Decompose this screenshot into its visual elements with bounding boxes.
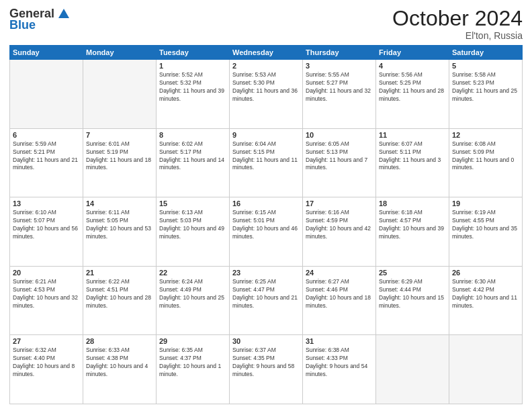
day-info-line: Sunset: 5:13 PM (306, 148, 373, 156)
day-info-line: Daylight: 10 hours and 32 minutes. (13, 294, 80, 310)
col-thursday: Thursday (303, 46, 376, 60)
table-row: 17Sunrise: 6:16 AMSunset: 4:59 PMDayligh… (303, 197, 376, 267)
table-row: 3Sunrise: 5:55 AMSunset: 5:27 PMDaylight… (303, 60, 376, 129)
day-info-line: Sunset: 5:32 PM (159, 79, 226, 87)
day-info: Sunrise: 6:01 AMSunset: 5:19 PMDaylight:… (86, 140, 153, 173)
day-info-line: Sunset: 4:40 PM (13, 355, 80, 363)
table-row: 28Sunrise: 6:33 AMSunset: 4:38 PMDayligh… (83, 335, 157, 404)
col-saturday: Saturday (449, 46, 523, 60)
day-number: 8 (159, 131, 226, 139)
day-info-line: Sunset: 5:25 PM (379, 79, 446, 87)
day-info-line: Sunrise: 6:01 AM (86, 140, 153, 148)
day-info-line: Sunrise: 6:08 AM (452, 140, 519, 148)
day-number: 29 (159, 337, 226, 345)
day-info: Sunrise: 6:13 AMSunset: 5:03 PMDaylight:… (159, 209, 226, 241)
day-info-line: Sunset: 4:46 PM (306, 286, 373, 294)
table-row: 14Sunrise: 6:11 AMSunset: 5:05 PMDayligh… (83, 197, 157, 267)
table-row: 27Sunrise: 6:32 AMSunset: 4:40 PMDayligh… (10, 335, 83, 404)
day-info-line: Sunrise: 6:02 AM (159, 140, 226, 148)
day-info-line: Sunset: 4:55 PM (452, 217, 519, 225)
day-info-line: Sunset: 4:59 PM (306, 217, 373, 225)
table-row: 31Sunrise: 6:38 AMSunset: 4:33 PMDayligh… (303, 335, 376, 404)
day-number: 27 (13, 337, 80, 345)
day-number: 23 (232, 269, 300, 277)
table-row (449, 335, 523, 404)
day-info: Sunrise: 5:55 AMSunset: 5:27 PMDaylight:… (306, 71, 373, 103)
table-row: 26Sunrise: 6:30 AMSunset: 4:42 PMDayligh… (449, 266, 523, 335)
day-info-line: Sunset: 4:57 PM (379, 217, 446, 225)
header: General Blue October 2024 El'ton, Russia (9, 7, 523, 41)
day-info-line: Sunrise: 6:07 AM (379, 140, 446, 148)
calendar-week-row: 27Sunrise: 6:32 AMSunset: 4:40 PMDayligh… (10, 335, 523, 404)
day-number: 26 (452, 269, 519, 277)
day-info-line: Sunrise: 6:04 AM (232, 140, 300, 148)
day-info-line: Sunrise: 6:37 AM (232, 347, 300, 355)
day-number: 20 (13, 269, 80, 277)
day-info: Sunrise: 6:32 AMSunset: 4:40 PMDaylight:… (13, 347, 80, 379)
day-number: 12 (452, 131, 519, 139)
day-info-line: Daylight: 9 hours and 54 minutes. (306, 363, 373, 379)
day-info-line: Daylight: 10 hours and 1 minute. (159, 363, 226, 379)
day-info-line: Daylight: 11 hours and 28 minutes. (379, 87, 446, 103)
day-info-line: Sunrise: 6:16 AM (306, 209, 373, 217)
day-info-line: Sunrise: 6:05 AM (306, 140, 373, 148)
day-info-line: Daylight: 10 hours and 21 minutes. (232, 294, 300, 310)
table-row: 16Sunrise: 6:15 AMSunset: 5:01 PMDayligh… (230, 197, 303, 267)
day-info-line: Daylight: 10 hours and 35 minutes. (452, 225, 519, 241)
day-info-line: Sunrise: 5:56 AM (379, 71, 446, 79)
day-info-line: Sunset: 5:23 PM (452, 79, 519, 87)
day-info-line: Sunset: 4:49 PM (159, 286, 226, 294)
day-info: Sunrise: 6:19 AMSunset: 4:55 PMDaylight:… (452, 209, 519, 241)
calendar-week-row: 13Sunrise: 6:10 AMSunset: 5:07 PMDayligh… (10, 197, 523, 267)
table-row: 9Sunrise: 6:04 AMSunset: 5:15 PMDaylight… (230, 128, 303, 197)
day-info-line: Daylight: 10 hours and 46 minutes. (232, 225, 300, 241)
day-info-line: Sunset: 4:42 PM (452, 286, 519, 294)
day-info-line: Sunrise: 5:55 AM (306, 71, 373, 79)
day-info-line: Sunset: 5:30 PM (232, 79, 300, 87)
col-monday: Monday (83, 46, 157, 60)
day-number: 18 (379, 199, 446, 208)
logo: General Blue (9, 7, 71, 32)
day-info-line: Sunset: 4:51 PM (86, 286, 153, 294)
day-info-line: Daylight: 10 hours and 28 minutes. (86, 294, 153, 310)
day-number: 21 (86, 269, 153, 277)
table-row: 30Sunrise: 6:37 AMSunset: 4:35 PMDayligh… (230, 335, 303, 404)
day-info-line: Sunrise: 6:18 AM (379, 209, 446, 217)
table-row: 4Sunrise: 5:56 AMSunset: 5:25 PMDaylight… (376, 60, 449, 129)
day-info: Sunrise: 6:38 AMSunset: 4:33 PMDaylight:… (306, 347, 373, 379)
day-info-line: Sunset: 5:03 PM (159, 217, 226, 225)
table-row: 12Sunrise: 6:08 AMSunset: 5:09 PMDayligh… (449, 128, 523, 197)
day-number: 31 (306, 337, 373, 345)
day-info-line: Sunset: 4:47 PM (232, 286, 300, 294)
day-info-line: Sunset: 4:37 PM (159, 355, 226, 363)
month-title: October 2024 (392, 7, 523, 30)
day-info-line: Sunrise: 6:30 AM (452, 278, 519, 286)
day-info-line: Daylight: 11 hours and 39 minutes. (159, 87, 226, 103)
table-row: 15Sunrise: 6:13 AMSunset: 5:03 PMDayligh… (157, 197, 230, 267)
day-info: Sunrise: 6:10 AMSunset: 5:07 PMDaylight:… (13, 209, 80, 241)
day-info: Sunrise: 5:56 AMSunset: 5:25 PMDaylight:… (379, 71, 446, 103)
day-info: Sunrise: 6:29 AMSunset: 4:44 PMDaylight:… (379, 278, 446, 310)
day-info-line: Daylight: 10 hours and 4 minutes. (86, 363, 153, 379)
day-info-line: Sunrise: 6:38 AM (306, 347, 373, 355)
day-info-line: Sunrise: 6:24 AM (159, 278, 226, 286)
day-info: Sunrise: 6:15 AMSunset: 5:01 PMDaylight:… (232, 209, 300, 241)
table-row: 24Sunrise: 6:27 AMSunset: 4:46 PMDayligh… (303, 266, 376, 335)
day-number: 13 (13, 199, 80, 208)
day-number: 24 (306, 269, 373, 277)
day-info-line: Sunset: 5:07 PM (13, 217, 80, 225)
table-row: 7Sunrise: 6:01 AMSunset: 5:19 PMDaylight… (83, 128, 157, 197)
day-info-line: Sunrise: 6:15 AM (232, 209, 300, 217)
col-tuesday: Tuesday (157, 46, 230, 60)
table-row: 8Sunrise: 6:02 AMSunset: 5:17 PMDaylight… (157, 128, 230, 197)
col-friday: Friday (376, 46, 449, 60)
logo-blue: Blue (9, 18, 36, 32)
day-number: 25 (379, 269, 446, 277)
day-info-line: Daylight: 11 hours and 25 minutes. (452, 87, 519, 103)
day-info-line: Daylight: 11 hours and 0 minutes. (452, 156, 519, 173)
day-info-line: Sunrise: 6:35 AM (159, 347, 226, 355)
day-info-line: Daylight: 10 hours and 11 minutes. (452, 294, 519, 310)
day-info: Sunrise: 6:18 AMSunset: 4:57 PMDaylight:… (379, 209, 446, 241)
day-info-line: Sunset: 4:44 PM (379, 286, 446, 294)
calendar-week-row: 6Sunrise: 5:59 AMSunset: 5:21 PMDaylight… (10, 128, 523, 197)
